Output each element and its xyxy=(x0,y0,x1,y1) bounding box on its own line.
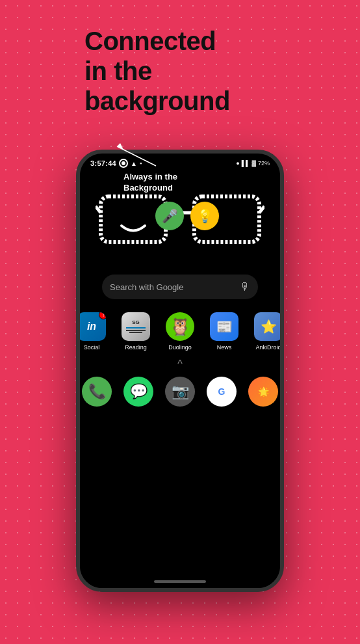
headline-line1: Connected xyxy=(84,27,216,55)
social-label: Social xyxy=(84,344,100,351)
app-reading[interactable]: SG Reading xyxy=(119,312,153,351)
duolingo-label: Duolingo xyxy=(168,344,192,351)
dock-chevron: ^ xyxy=(177,358,183,370)
headline-line2: in the xyxy=(84,57,152,85)
wifi-icon: ● xyxy=(236,160,239,167)
mic-icon: 🎤 xyxy=(155,202,184,230)
home-indicator xyxy=(154,580,206,583)
phone-body: 3:57:44 ▲ ▪ ● ▌▌ ▓ 72% xyxy=(76,150,284,592)
battery-icon: ▓ xyxy=(251,160,256,167)
dock-camera[interactable]: 📷 xyxy=(165,377,195,407)
annotation-text: Always in the Background xyxy=(123,172,177,194)
annotation-arrow-svg xyxy=(110,143,175,169)
anki-icon: ⭐ xyxy=(254,312,280,341)
phone-mockup: 3:57:44 ▲ ▪ ● ▌▌ ▓ 72% xyxy=(76,150,284,592)
reading-icon: SG xyxy=(122,312,150,341)
app-news[interactable]: 📰 News xyxy=(207,312,241,351)
mic-button[interactable]: 🎤 xyxy=(155,202,184,230)
news-icon: 📰 xyxy=(210,312,238,341)
news-label: News xyxy=(217,344,232,351)
battery-percent: 72% xyxy=(258,160,270,167)
anki-label: AnkiDroid xyxy=(255,344,280,351)
reading-label: Reading xyxy=(125,344,147,351)
bulb-button[interactable]: 💡 xyxy=(190,202,219,230)
status-icons-right: ● ▌▌ ▓ 72% xyxy=(236,160,270,167)
app-anki[interactable]: ⭐ AnkiDroid xyxy=(251,312,280,351)
search-mic-icon: 🎙 xyxy=(240,281,250,293)
signal-strength-icon: ▌▌ xyxy=(242,160,250,167)
svg-marker-6 xyxy=(117,143,123,150)
search-bar[interactable]: Search with Google 🎙 xyxy=(102,275,258,299)
headline-line3: background xyxy=(84,87,230,115)
search-placeholder: Search with Google xyxy=(110,282,235,292)
headline: Connected in the background xyxy=(84,26,347,116)
dock-google[interactable]: G xyxy=(207,377,237,407)
dock-apps: 📞 💬 📷 G 🌟 xyxy=(82,377,278,407)
phone-screen: 3:57:44 ▲ ▪ ● ▌▌ ▓ 72% xyxy=(80,154,280,588)
app-social[interactable]: ! Social xyxy=(80,312,109,351)
social-badge: ! xyxy=(99,312,106,319)
app-grid: ! Social SG Reading xyxy=(80,312,280,351)
dock-phone[interactable]: 📞 xyxy=(82,377,112,407)
annotation: Always in the Background xyxy=(110,143,177,194)
bulb-icon: 💡 xyxy=(190,202,219,230)
dock-extra[interactable]: 🌟 xyxy=(248,377,278,407)
social-icon: ! xyxy=(80,312,106,341)
home-screen: 🎤 💡 Search with Google 🎙 xyxy=(80,170,280,588)
dock-whatsapp[interactable]: 💬 xyxy=(123,377,153,407)
duolingo-icon: 🦉 xyxy=(166,312,194,341)
app-duolingo[interactable]: 🦉 Duolingo xyxy=(163,312,197,351)
